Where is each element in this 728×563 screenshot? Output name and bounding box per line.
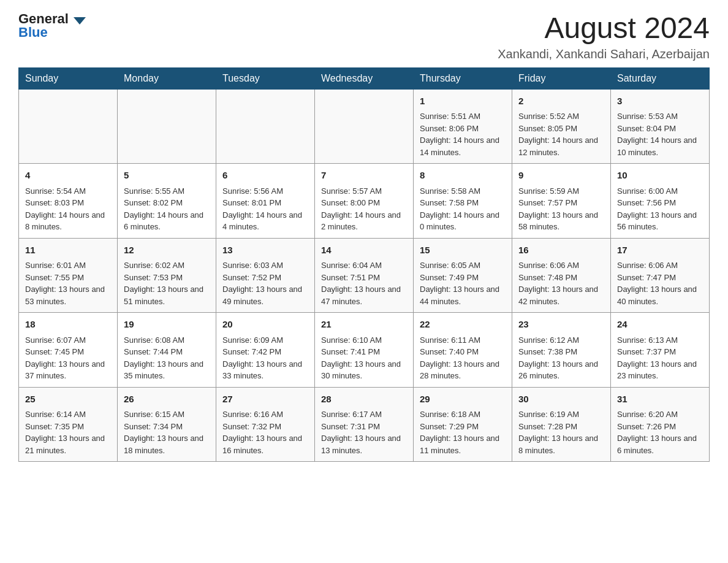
calendar-cell: 24Sunrise: 6:13 AMSunset: 7:37 PMDayligh… [611, 313, 710, 388]
calendar-cell [315, 89, 414, 164]
sunrise-text: Sunrise: 6:05 AM [420, 259, 506, 272]
day-number: 6 [222, 169, 308, 183]
calendar-cell: 9Sunrise: 5:59 AMSunset: 7:57 PMDaylight… [512, 164, 611, 239]
calendar-cell: 11Sunrise: 6:01 AMSunset: 7:55 PMDayligh… [19, 238, 118, 313]
calendar-cell [118, 89, 216, 164]
sunset-text: Sunset: 7:55 PM [25, 272, 111, 284]
sunrise-text: Sunrise: 6:16 AM [222, 408, 308, 421]
sunrise-text: Sunrise: 5:56 AM [222, 185, 308, 197]
day-number: 22 [420, 318, 506, 332]
calendar-cell: 10Sunrise: 6:00 AMSunset: 7:56 PMDayligh… [611, 164, 710, 239]
sunrise-text: Sunrise: 5:58 AM [420, 185, 506, 197]
calendar-cell: 13Sunrise: 6:03 AMSunset: 7:52 PMDayligh… [216, 238, 315, 313]
sunrise-text: Sunrise: 5:53 AM [617, 110, 703, 123]
calendar-cell: 21Sunrise: 6:10 AMSunset: 7:41 PMDayligh… [315, 313, 414, 388]
calendar-week-row: 4Sunrise: 5:54 AMSunset: 8:03 PMDaylight… [19, 164, 710, 239]
calendar-cell [216, 89, 315, 164]
calendar-cell: 19Sunrise: 6:08 AMSunset: 7:44 PMDayligh… [118, 313, 216, 388]
day-number: 18 [25, 318, 111, 332]
sunset-text: Sunset: 7:28 PM [518, 421, 604, 433]
sunrise-text: Sunrise: 6:03 AM [222, 259, 308, 272]
day-number: 9 [518, 169, 604, 183]
daylight-text: Daylight: 13 hours and 47 minutes. [321, 283, 407, 307]
day-number: 12 [124, 243, 210, 258]
day-number: 25 [25, 393, 111, 407]
daylight-text: Daylight: 13 hours and 8 minutes. [518, 432, 604, 456]
sunrise-text: Sunrise: 5:54 AM [25, 185, 111, 197]
daylight-text: Daylight: 13 hours and 16 minutes. [222, 432, 308, 456]
weekday-header-sunday: Sunday [19, 67, 118, 89]
weekday-header-thursday: Thursday [414, 67, 512, 89]
weekday-header-saturday: Saturday [611, 67, 710, 89]
daylight-text: Daylight: 13 hours and 30 minutes. [321, 358, 407, 382]
sunrise-text: Sunrise: 6:12 AM [518, 334, 604, 347]
daylight-text: Daylight: 13 hours and 6 minutes. [617, 432, 703, 456]
calendar-cell [19, 89, 118, 164]
sunset-text: Sunset: 7:49 PM [420, 272, 506, 284]
daylight-text: Daylight: 13 hours and 51 minutes. [124, 283, 210, 307]
weekday-header-monday: Monday [118, 67, 216, 89]
day-number: 15 [420, 243, 506, 258]
daylight-text: Daylight: 13 hours and 28 minutes. [420, 358, 506, 382]
day-number: 8 [420, 169, 506, 183]
sunrise-text: Sunrise: 5:57 AM [321, 185, 407, 197]
day-number: 20 [222, 318, 308, 332]
daylight-text: Daylight: 13 hours and 21 minutes. [25, 432, 111, 456]
sunset-text: Sunset: 7:41 PM [321, 346, 407, 358]
weekday-header-tuesday: Tuesday [216, 67, 315, 89]
sunset-text: Sunset: 7:52 PM [222, 272, 308, 284]
day-number: 27 [222, 393, 308, 407]
daylight-text: Daylight: 13 hours and 58 minutes. [518, 209, 604, 233]
sunrise-text: Sunrise: 6:01 AM [25, 259, 111, 272]
daylight-text: Daylight: 14 hours and 4 minutes. [222, 209, 308, 233]
sunset-text: Sunset: 7:31 PM [321, 421, 407, 433]
sunset-text: Sunset: 7:53 PM [124, 272, 210, 284]
daylight-text: Daylight: 13 hours and 49 minutes. [222, 283, 308, 307]
day-number: 24 [617, 318, 703, 332]
sunset-text: Sunset: 8:03 PM [25, 197, 111, 209]
calendar-cell: 26Sunrise: 6:15 AMSunset: 7:34 PMDayligh… [118, 387, 216, 462]
day-number: 1 [420, 94, 506, 109]
day-number: 5 [124, 169, 210, 183]
logo-general-row: General [18, 12, 86, 26]
sunrise-text: Sunrise: 6:17 AM [321, 408, 407, 421]
sunrise-text: Sunrise: 6:06 AM [518, 259, 604, 272]
calendar-cell: 3Sunrise: 5:53 AMSunset: 8:04 PMDaylight… [611, 89, 710, 164]
calendar-cell: 27Sunrise: 6:16 AMSunset: 7:32 PMDayligh… [216, 387, 315, 462]
calendar-cell: 30Sunrise: 6:19 AMSunset: 7:28 PMDayligh… [512, 387, 611, 462]
sunrise-text: Sunrise: 6:08 AM [124, 334, 210, 347]
sunset-text: Sunset: 7:57 PM [518, 197, 604, 209]
calendar-cell: 1Sunrise: 5:51 AMSunset: 8:06 PMDaylight… [414, 89, 512, 164]
day-number: 19 [124, 318, 210, 332]
daylight-text: Daylight: 13 hours and 56 minutes. [617, 209, 703, 233]
daylight-text: Daylight: 14 hours and 0 minutes. [420, 209, 506, 233]
sunset-text: Sunset: 8:00 PM [321, 197, 407, 209]
page-header: General Blue August 2024 Xankandi, Xanka… [18, 12, 710, 61]
sunrise-text: Sunrise: 6:02 AM [124, 259, 210, 272]
daylight-text: Daylight: 14 hours and 12 minutes. [518, 134, 604, 158]
sunset-text: Sunset: 7:34 PM [124, 421, 210, 433]
calendar-week-row: 1Sunrise: 5:51 AMSunset: 8:06 PMDaylight… [19, 89, 710, 164]
day-number: 10 [617, 169, 703, 183]
sunset-text: Sunset: 7:26 PM [617, 421, 703, 433]
day-number: 14 [321, 243, 407, 258]
day-number: 11 [25, 243, 111, 258]
calendar-cell: 6Sunrise: 5:56 AMSunset: 8:01 PMDaylight… [216, 164, 315, 239]
calendar-cell: 2Sunrise: 5:52 AMSunset: 8:05 PMDaylight… [512, 89, 611, 164]
sunrise-text: Sunrise: 6:13 AM [617, 334, 703, 347]
daylight-text: Daylight: 14 hours and 2 minutes. [321, 209, 407, 233]
daylight-text: Daylight: 13 hours and 23 minutes. [617, 358, 703, 382]
calendar-cell: 25Sunrise: 6:14 AMSunset: 7:35 PMDayligh… [19, 387, 118, 462]
sunset-text: Sunset: 8:04 PM [617, 123, 703, 135]
sunset-text: Sunset: 7:42 PM [222, 346, 308, 358]
daylight-text: Daylight: 14 hours and 14 minutes. [420, 134, 506, 158]
sunset-text: Sunset: 8:01 PM [222, 197, 308, 209]
daylight-text: Daylight: 13 hours and 13 minutes. [321, 432, 407, 456]
calendar-cell: 5Sunrise: 5:55 AMSunset: 8:02 PMDaylight… [118, 164, 216, 239]
sunset-text: Sunset: 7:47 PM [617, 272, 703, 284]
calendar-table: SundayMondayTuesdayWednesdayThursdayFrid… [18, 67, 710, 462]
sunrise-text: Sunrise: 6:00 AM [617, 185, 703, 197]
sunset-text: Sunset: 7:44 PM [124, 346, 210, 358]
calendar-cell: 16Sunrise: 6:06 AMSunset: 7:48 PMDayligh… [512, 238, 611, 313]
calendar-cell: 18Sunrise: 6:07 AMSunset: 7:45 PMDayligh… [19, 313, 118, 388]
